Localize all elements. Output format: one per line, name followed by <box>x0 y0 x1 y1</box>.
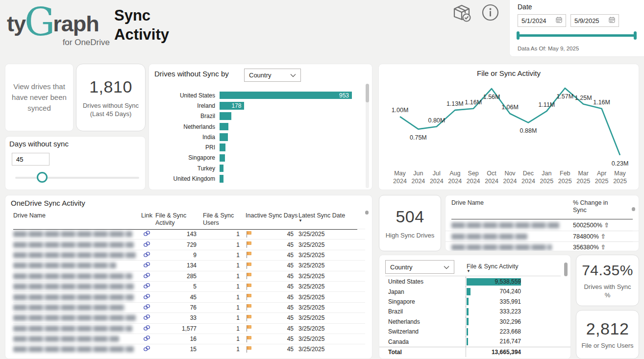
line-data-label: 0.23M <box>612 160 629 167</box>
bar-category-label: Netherlands <box>151 123 220 130</box>
country-activity-row[interactable]: Canada216,747 <box>379 336 570 346</box>
link-icon[interactable] <box>137 283 155 290</box>
pct-change-row[interactable]: 356380% ⇧ <box>446 242 639 251</box>
file-sync-activity-value: 16 <box>155 335 197 342</box>
bar-chart-scrollbar[interactable] <box>366 84 369 188</box>
sync-table-row[interactable]: 1,5771453/25/2025 <box>13 323 365 334</box>
sync-table-row[interactable]: 331453/25/2025 <box>13 312 365 323</box>
sync-table-row[interactable]: 2851453/25/2025 <box>13 271 365 281</box>
col-file-sync-users[interactable]: File & Sync Users <box>197 211 240 227</box>
link-icon[interactable] <box>137 251 155 259</box>
country-activity-row[interactable]: Singapore335,991 <box>379 297 570 307</box>
link-icon[interactable] <box>137 345 155 353</box>
bar-united-states[interactable]: 953 <box>220 92 352 99</box>
package-verified-icon[interactable] <box>451 3 472 25</box>
file-sync-activity-value: 285 <box>155 273 197 280</box>
sync-table-title: OneDrive Sync Activity <box>11 199 85 207</box>
info-icon[interactable] <box>482 4 499 23</box>
pct-change-scrollbar[interactable] <box>632 207 635 211</box>
pct-change-value: 5002500% ⇧ <box>573 220 633 231</box>
bar-ireland[interactable]: 178 <box>220 102 244 110</box>
sync-table-row[interactable]: 151453/25/2025 <box>13 344 365 354</box>
country-bar-cell: 9,538,559 <box>466 277 521 287</box>
flag-icon <box>246 304 252 311</box>
link-icon[interactable] <box>137 241 155 249</box>
date-slider-handle-end[interactable] <box>634 31 637 40</box>
col-link[interactable]: Link <box>137 211 155 219</box>
sync-table-row[interactable]: 761453/25/2025 <box>13 302 365 312</box>
view-never-synced-button[interactable]: View drives that have never been synced <box>5 64 74 131</box>
link-icon[interactable] <box>137 314 155 322</box>
col-pct-change[interactable]: % Change in Sync <box>573 199 633 214</box>
date-range-slider[interactable] <box>517 34 636 37</box>
pct-value: 5002500% <box>573 222 604 229</box>
bar-turkey[interactable] <box>220 165 223 172</box>
bar-india[interactable] <box>220 133 228 141</box>
col-drive-name[interactable]: Drive Name <box>451 199 573 206</box>
high-sync-drives-label: High Sync Drives <box>382 231 439 239</box>
sync-table-scrollbar[interactable] <box>365 211 369 215</box>
link-icon[interactable] <box>137 262 155 269</box>
onedrive-sync-activity-card: OneDrive Sync Activity Drive Name Link F… <box>5 195 372 359</box>
link-icon[interactable] <box>137 335 155 343</box>
link-icon[interactable] <box>137 293 155 301</box>
country-activity-value: 9,538,559 <box>466 277 521 287</box>
country-activity-row[interactable]: Japan704,240 <box>379 287 570 296</box>
bar-brazil[interactable] <box>220 112 231 120</box>
sync-table-row[interactable]: 161453/25/2025 <box>13 334 365 344</box>
link-icon[interactable] <box>137 304 155 311</box>
bar-chart-row: Netherlands <box>151 121 360 132</box>
country-activity-row[interactable]: Switzerland223,668 <box>379 327 570 336</box>
latest-sync-date-value: 3/25/2025 <box>294 304 347 311</box>
x-axis-label: May2024 <box>393 170 407 185</box>
link-icon[interactable] <box>137 272 155 280</box>
link-icon[interactable] <box>137 230 155 238</box>
country-activity-row[interactable]: United States9,538,559 <box>379 277 570 287</box>
days-without-sync-input[interactable] <box>12 153 50 166</box>
bar-united-kingdom[interactable] <box>220 175 223 183</box>
days-slider-handle[interactable] <box>37 172 48 183</box>
date-slider-handle-start[interactable] <box>517 31 520 40</box>
country-table-scrollbar[interactable] <box>564 263 568 276</box>
latest-sync-date-value: 3/25/2025 <box>294 283 347 290</box>
col-file-sync-activity[interactable]: File & Sync Activity ▼ <box>467 263 519 273</box>
pct-change-row[interactable]: 5002500% ⇧ <box>446 220 639 231</box>
country-total-row: Total13,665,394 <box>379 347 570 357</box>
inactive-days-value: 45 <box>252 283 294 290</box>
sync-table-row[interactable]: 7291453/25/2025 <box>13 239 365 249</box>
line-data-label: 1.57M <box>556 93 573 100</box>
line-data-label: 1.25M <box>575 95 592 101</box>
sync-table-row[interactable]: 451453/25/2025 <box>13 291 365 302</box>
drive-name-redacted <box>13 294 137 300</box>
bar-chart-scrollbar-thumb[interactable] <box>366 84 369 102</box>
col-file-sync-activity[interactable]: File & Sync Activity <box>155 211 197 227</box>
inactive-days-value: 45 <box>252 241 294 248</box>
bar-pri[interactable] <box>220 144 225 151</box>
col-inactive-sync-days[interactable]: Inactive Sync Days <box>240 211 294 219</box>
bar-category-label: Brazil <box>151 113 220 120</box>
calendar-icon[interactable] <box>609 17 615 24</box>
col-latest-sync-date[interactable]: Latest Sync Date ▼ <box>294 211 347 222</box>
sync-table-row[interactable]: 1431453/25/2025 <box>13 229 365 239</box>
col-drive-name[interactable]: Drive Name <box>13 211 137 219</box>
bar-singapore[interactable] <box>220 154 225 162</box>
start-date-input[interactable]: 5/1/2024 <box>518 14 566 27</box>
pct-change-row[interactable]: 784800% ⇧ <box>446 231 639 242</box>
x-axis-label: Jan2025 <box>540 170 553 185</box>
country-activity-value: 216,747 <box>466 336 521 346</box>
breakdown-dropdown[interactable]: Country <box>244 69 301 82</box>
calendar-icon[interactable] <box>556 17 562 24</box>
bar-netherlands[interactable] <box>220 123 228 131</box>
country-dropdown[interactable]: Country <box>385 260 454 274</box>
link-icon[interactable] <box>137 325 155 333</box>
sync-table-row[interactable]: 1341453/25/2025 <box>13 260 365 270</box>
flag-icon <box>246 283 252 290</box>
days-without-sync-slider[interactable] <box>15 177 139 179</box>
inactive-days-value: 45 <box>252 262 294 269</box>
end-date-input[interactable]: 5/9/2025 <box>570 14 619 27</box>
country-activity-row[interactable]: Brazil333,223 <box>379 307 570 316</box>
bar-chart-row: Turkey <box>151 163 360 173</box>
country-activity-row[interactable]: Netherlands302,296 <box>379 317 570 327</box>
sync-table-row[interactable]: 51453/25/2025 <box>13 281 365 291</box>
sync-table-row[interactable]: 91453/25/2025 <box>13 250 365 260</box>
